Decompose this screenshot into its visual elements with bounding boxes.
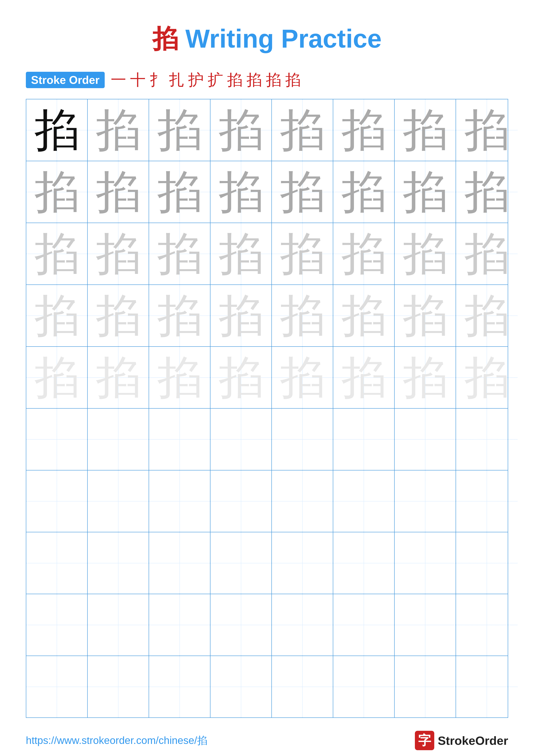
grid-cell[interactable] bbox=[211, 656, 272, 717]
grid-cell[interactable]: 掐 bbox=[272, 223, 333, 284]
grid-cell[interactable] bbox=[149, 656, 211, 717]
grid-cell[interactable]: 掐 bbox=[333, 347, 394, 408]
grid-cell[interactable] bbox=[88, 409, 149, 470]
grid-cell[interactable]: 掐 bbox=[26, 161, 88, 223]
grid-cell[interactable]: 掐 bbox=[211, 223, 272, 284]
practice-char: 掐 bbox=[218, 293, 264, 338]
grid-cell[interactable] bbox=[26, 532, 88, 594]
grid-cell[interactable]: 掐 bbox=[394, 161, 456, 223]
footer-url[interactable]: https://www.strokeorder.com/chinese/掐 bbox=[26, 734, 207, 747]
grid-cell[interactable] bbox=[149, 409, 211, 470]
footer-logo: 字 StrokeOrder bbox=[415, 731, 508, 750]
grid-row-10 bbox=[26, 656, 508, 717]
grid-cell[interactable] bbox=[394, 532, 456, 594]
grid-cell[interactable]: 掐 bbox=[149, 347, 211, 408]
stroke-step-8: 掐 bbox=[246, 69, 262, 90]
grid-cell[interactable] bbox=[272, 409, 333, 470]
grid-cell[interactable] bbox=[456, 594, 518, 656]
grid-row-6 bbox=[26, 409, 508, 471]
grid-cell[interactable] bbox=[149, 471, 211, 532]
grid-cell[interactable]: 掐 bbox=[333, 99, 394, 161]
grid-cell[interactable]: 掐 bbox=[272, 347, 333, 408]
grid-cell[interactable] bbox=[394, 594, 456, 656]
grid-cell[interactable] bbox=[149, 594, 211, 656]
grid-cell[interactable]: 掐 bbox=[149, 285, 211, 346]
grid-cell[interactable] bbox=[333, 471, 394, 532]
grid-cell[interactable]: 掐 bbox=[394, 285, 456, 346]
practice-char: 掐 bbox=[464, 231, 509, 277]
grid-cell[interactable]: 掐 bbox=[394, 347, 456, 408]
grid-cell[interactable]: 掐 bbox=[88, 223, 149, 284]
grid-cell[interactable] bbox=[456, 656, 518, 717]
grid-cell[interactable] bbox=[272, 656, 333, 717]
grid-cell[interactable]: 掐 bbox=[149, 223, 211, 284]
grid-cell[interactable]: 掐 bbox=[272, 99, 333, 161]
grid-cell[interactable] bbox=[333, 594, 394, 656]
grid-cell[interactable]: 掐 bbox=[26, 347, 88, 408]
grid-cell[interactable] bbox=[149, 532, 211, 594]
grid-cell[interactable]: 掐 bbox=[88, 285, 149, 346]
grid-cell[interactable]: 掐 bbox=[394, 99, 456, 161]
grid-cell[interactable] bbox=[26, 656, 88, 717]
grid-cell[interactable] bbox=[211, 594, 272, 656]
grid-cell[interactable] bbox=[333, 656, 394, 717]
grid-cell[interactable]: 掐 bbox=[456, 223, 518, 284]
grid-cell[interactable]: 掐 bbox=[211, 285, 272, 346]
grid-cell[interactable]: 掐 bbox=[149, 99, 211, 161]
grid-cell[interactable] bbox=[333, 532, 394, 594]
grid-cell[interactable] bbox=[26, 409, 88, 470]
practice-char: 掐 bbox=[280, 108, 325, 153]
grid-cell[interactable] bbox=[88, 471, 149, 532]
grid-cell[interactable]: 掐 bbox=[456, 285, 518, 346]
grid-cell[interactable] bbox=[211, 471, 272, 532]
practice-char: 掐 bbox=[403, 169, 448, 215]
logo-icon: 字 bbox=[415, 731, 434, 750]
grid-cell[interactable] bbox=[394, 409, 456, 470]
grid-cell[interactable] bbox=[272, 471, 333, 532]
grid-cell[interactable]: 掐 bbox=[88, 99, 149, 161]
grid-cell[interactable]: 掐 bbox=[456, 99, 518, 161]
grid-row-9 bbox=[26, 594, 508, 656]
stroke-step-9: 掐 bbox=[266, 69, 281, 90]
grid-cell[interactable] bbox=[333, 409, 394, 470]
grid-cell[interactable]: 掐 bbox=[333, 161, 394, 223]
stroke-step-5: 护 bbox=[188, 69, 204, 90]
grid-cell[interactable] bbox=[211, 532, 272, 594]
practice-char: 掐 bbox=[341, 231, 387, 277]
practice-char: 掐 bbox=[34, 169, 80, 215]
stroke-order-row: Stroke Order 一 十 扌 扎 护 扩 掐 掐 掐 掐 bbox=[17, 69, 517, 90]
grid-cell[interactable] bbox=[88, 594, 149, 656]
grid-cell[interactable]: 掐 bbox=[26, 285, 88, 346]
grid-cell[interactable]: 掐 bbox=[272, 161, 333, 223]
grid-cell[interactable]: 掐 bbox=[211, 99, 272, 161]
grid-cell[interactable] bbox=[456, 471, 518, 532]
grid-cell[interactable]: 掐 bbox=[456, 161, 518, 223]
stroke-step-3: 扌 bbox=[149, 69, 165, 90]
grid-cell[interactable]: 掐 bbox=[26, 223, 88, 284]
grid-cell[interactable]: 掐 bbox=[272, 285, 333, 346]
grid-cell[interactable]: 掐 bbox=[456, 347, 518, 408]
grid-cell[interactable] bbox=[456, 409, 518, 470]
grid-cell[interactable] bbox=[456, 532, 518, 594]
grid-cell[interactable]: 掐 bbox=[149, 161, 211, 223]
practice-char: 掐 bbox=[34, 231, 80, 277]
grid-cell[interactable] bbox=[394, 656, 456, 717]
grid-cell[interactable] bbox=[211, 409, 272, 470]
grid-cell[interactable]: 掐 bbox=[333, 285, 394, 346]
grid-cell[interactable]: 掐 bbox=[211, 347, 272, 408]
stroke-step-1: 一 bbox=[111, 69, 126, 90]
grid-cell[interactable]: 掐 bbox=[26, 99, 88, 161]
grid-cell[interactable]: 掐 bbox=[88, 347, 149, 408]
grid-cell[interactable] bbox=[26, 594, 88, 656]
grid-cell[interactable]: 掐 bbox=[211, 161, 272, 223]
grid-cell[interactable]: 掐 bbox=[394, 223, 456, 284]
grid-cell[interactable] bbox=[272, 532, 333, 594]
grid-cell[interactable]: 掐 bbox=[333, 223, 394, 284]
grid-cell[interactable] bbox=[88, 532, 149, 594]
practice-char: 掐 bbox=[218, 355, 264, 400]
grid-cell[interactable] bbox=[26, 471, 88, 532]
grid-cell[interactable] bbox=[394, 471, 456, 532]
grid-cell[interactable]: 掐 bbox=[88, 161, 149, 223]
grid-cell[interactable] bbox=[272, 594, 333, 656]
grid-cell[interactable] bbox=[88, 656, 149, 717]
